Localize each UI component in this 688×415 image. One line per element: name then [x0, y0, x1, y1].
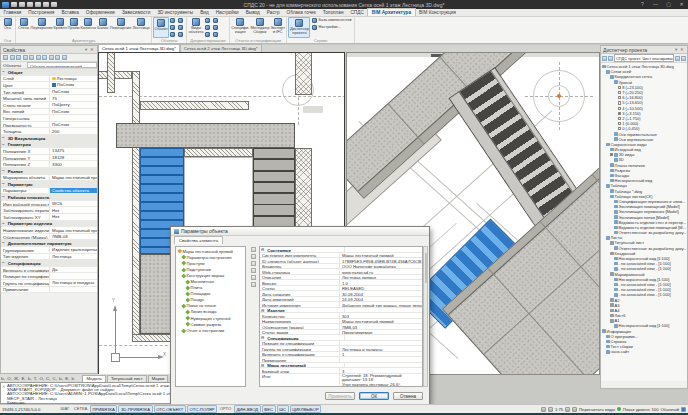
property-row[interactable]: Включать в спецификацию Да — [1, 267, 97, 274]
ribbon-button[interactable] — [177, 17, 185, 24]
ribbon-tab[interactable]: Растр — [263, 9, 283, 16]
ribbon-button[interactable]: Проём — [67, 17, 80, 38]
quick-select-icon[interactable] — [3, 55, 8, 60]
ribbon-tab[interactable]: Зависимости — [118, 9, 153, 16]
layout-tab[interactable]: Титульный лист — [107, 375, 147, 382]
property-row[interactable]: Гиперссылка — [1, 115, 97, 122]
workspace-icon[interactable] — [548, 407, 553, 412]
layout-tab[interactable]: Марки — [148, 375, 169, 382]
status-toggle[interactable]: 3D-ПРИВЯЗКА — [118, 405, 152, 413]
ribbon-button[interactable]: Настройки... — [310, 24, 353, 31]
property-row[interactable]: Дополнительные параметры — [1, 240, 97, 247]
object-type-selector[interactable]: Объекты Объект параметрический — [1, 62, 97, 69]
property-row[interactable]: Цвет ПоСлою — [1, 82, 97, 89]
props-tool4-icon[interactable] — [42, 55, 47, 60]
property-row[interactable]: Параметры Свойства объекта — [1, 188, 97, 195]
ribbon-button[interactable] — [212, 17, 220, 24]
property-row[interactable]: Вес линий ПоСлою — [1, 109, 97, 116]
letter-button[interactable]: О, — [38, 376, 45, 381]
refresh-icon[interactable] — [675, 56, 680, 61]
ribbon-button[interactable]: Лестница — [132, 17, 150, 38]
property-row[interactable]: Заблокировать XY Нет — [1, 214, 97, 221]
property-row[interactable]: Параметры — [1, 181, 97, 188]
property-row[interactable]: Общие — [1, 69, 97, 76]
document-tab[interactable]: Сетка осей 2 этаж Лестница 3D.dwg* — [180, 44, 262, 52]
undo-icon[interactable] — [43, 2, 49, 7]
ribbon-button[interactable] — [177, 24, 185, 31]
property-row[interactable]: Заблокировать перенос Нет — [1, 207, 97, 214]
new-file-icon[interactable] — [11, 2, 17, 7]
ribbon-tab[interactable]: BIM Конструкция — [416, 9, 460, 16]
dialog-button[interactable]: Применить — [325, 392, 355, 401]
ribbon-button[interactable]: Экспорт в IFC — [270, 17, 286, 38]
property-row[interactable]: Масштаб типа линий 75 — [1, 95, 97, 102]
project-selector[interactable]: СПДС проект: Чист планирование — [614, 54, 674, 62]
dialog-tree-item[interactable]: Отчет о построении — [176, 327, 245, 333]
pan-icon[interactable] — [572, 407, 577, 412]
redo-icon[interactable] — [51, 2, 57, 7]
save-file-icon[interactable] — [27, 2, 33, 7]
ribbon-tab[interactable]: Вид — [197, 9, 212, 16]
select-filter-icon[interactable] — [10, 55, 15, 60]
ribbon-tab[interactable]: Вставка — [58, 9, 82, 16]
selector-value[interactable]: Объект параметрический — [27, 62, 97, 68]
ribbon-tab[interactable]: Вывод — [242, 9, 263, 16]
property-row[interactable]: Параметры изделия — [1, 221, 97, 228]
ribbon-button[interactable] — [169, 24, 177, 31]
status-toggle[interactable]: ВЕС — [262, 405, 276, 413]
property-row[interactable]: Положение Z 3300 — [1, 161, 97, 168]
status-toggle[interactable]: ОРТО — [218, 405, 233, 413]
minimize-button[interactable]: — — [651, 1, 660, 7]
ribbon-button[interactable]: Кровля — [53, 17, 67, 38]
ribbon-tab[interactable]: BIM Архитектура — [367, 8, 415, 16]
property-row[interactable]: Тип линий ПоСлою — [1, 89, 97, 96]
ribbon-tab[interactable]: Главная — [0, 9, 25, 16]
scale-selector[interactable]: 1:75 — [555, 407, 563, 412]
property-row[interactable]: Наименование изделия Марш лестничный пря… — [1, 227, 97, 234]
status-toggle[interactable]: ШС — [277, 405, 289, 413]
status-toggle[interactable]: ДИН-ВВОД — [234, 405, 261, 413]
copy-icon[interactable] — [251, 275, 256, 280]
property-row[interactable]: Обозначение (Марка) ЛМВ-03 — [1, 234, 97, 241]
recalc-views-button[interactable]: Пересчитать виды — [579, 407, 615, 412]
open-file-icon[interactable] — [19, 2, 25, 7]
ribbon-button[interactable] — [204, 17, 212, 24]
delete-icon[interactable] — [251, 282, 256, 287]
property-row[interactable]: Положение Y 18128 — [1, 155, 97, 162]
ribbon-button[interactable] — [204, 31, 212, 38]
ribbon-button[interactable] — [204, 24, 212, 31]
panel-close-icon[interactable]: ✕ — [90, 47, 95, 52]
letter-button[interactable]: Ь — [70, 376, 75, 381]
property-row[interactable]: Положение X 13475 — [1, 148, 97, 155]
property-row[interactable]: Позиция по спецификации — [1, 273, 97, 280]
save-project-icon[interactable] — [608, 56, 613, 61]
ribbon-tab[interactable]: 3D инструменты — [154, 9, 197, 16]
ribbon-button[interactable] — [212, 24, 220, 31]
ribbon-button[interactable]: Балка — [96, 17, 109, 38]
property-row[interactable]: 3D Визуализация — [1, 135, 97, 142]
dialog-tab-properties[interactable]: Свойства элемента — [174, 236, 223, 244]
ribbon-button[interactable]: Виды объекта — [188, 17, 204, 38]
ribbon-tab[interactable]: Топоплан — [319, 9, 347, 16]
ribbon-button[interactable] — [212, 31, 220, 38]
props-tool-icon[interactable] — [23, 55, 28, 60]
property-row[interactable]: Маркировка объекта Марш лестничный прямо… — [1, 175, 97, 182]
property-row[interactable]: Геометрия — [1, 142, 97, 149]
property-row[interactable]: Толщина 200 — [1, 128, 97, 135]
ribbon-button[interactable]: Перекрытие — [30, 17, 53, 38]
ribbon-tab[interactable]: Оформление — [82, 9, 118, 16]
property-row[interactable]: Группирование Изделия транспортные об — [1, 247, 97, 254]
dialog-button[interactable]: Отмена — [393, 392, 423, 401]
panel-close-icon[interactable]: ✕ — [680, 47, 685, 52]
notifications-icon[interactable] — [681, 407, 686, 412]
visual-style-selector[interactable]: Обычный — [660, 407, 679, 412]
ribbon-button[interactable] — [169, 17, 177, 24]
props-tool3-icon[interactable] — [36, 55, 41, 60]
zoom-icon[interactable] — [565, 407, 570, 412]
document-tab[interactable]: Сетка осей 1 этаж Лестница 3D.dwg* — [98, 44, 180, 52]
save-all-icon[interactable] — [35, 2, 41, 7]
maximize-button[interactable]: ▢ — [664, 1, 673, 7]
letter-button[interactable]: Ж, — [13, 376, 20, 381]
ribbon-button[interactable]: Специфи- кация — [231, 17, 250, 38]
ribbon-button[interactable]: Диспетчер проекта — [288, 17, 310, 38]
